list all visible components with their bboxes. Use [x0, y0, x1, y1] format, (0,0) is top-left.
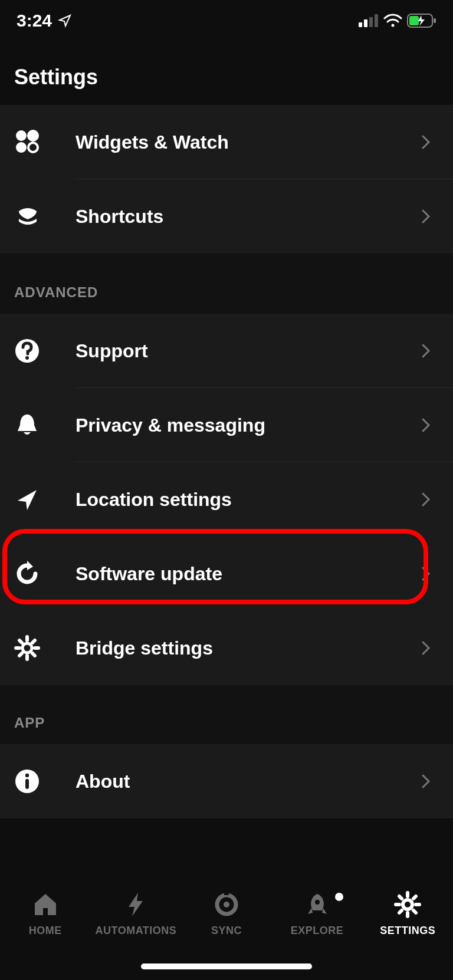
tab-automations[interactable]: AUTOMATIONS: [94, 890, 177, 937]
chevron-right-icon: [421, 566, 453, 581]
svg-point-14: [22, 643, 32, 653]
row-label: Bridge settings: [50, 637, 421, 659]
svg-line-21: [19, 653, 22, 656]
tab-sync[interactable]: SYNC: [185, 890, 268, 937]
svg-line-38: [413, 896, 416, 899]
bolt-icon: [122, 890, 150, 919]
chevron-right-icon: [421, 640, 453, 656]
svg-rect-0: [359, 22, 362, 27]
row-label: Software update: [50, 563, 421, 585]
tab-label: SETTINGS: [380, 925, 435, 937]
row-software-update[interactable]: Software update: [0, 537, 453, 611]
svg-point-29: [315, 900, 320, 905]
svg-point-11: [28, 143, 38, 152]
svg-rect-25: [25, 779, 29, 789]
tab-label: SYNC: [211, 925, 242, 937]
wifi-icon: [383, 14, 402, 28]
svg-point-24: [25, 774, 29, 777]
svg-rect-2: [369, 17, 373, 27]
status-time: 3:24: [17, 11, 52, 31]
svg-line-19: [19, 640, 22, 643]
row-location-settings[interactable]: Location settings: [0, 462, 453, 537]
row-about[interactable]: About: [0, 744, 453, 818]
chevron-right-icon: [421, 774, 453, 789]
row-bridge-settings[interactable]: Bridge settings: [0, 611, 453, 685]
svg-point-30: [403, 900, 412, 909]
notification-dot-icon: [335, 893, 343, 901]
row-label: Location settings: [50, 489, 421, 511]
tab-home[interactable]: HOME: [4, 890, 87, 937]
svg-line-20: [32, 653, 35, 656]
svg-rect-6: [434, 18, 436, 23]
chevron-right-icon: [421, 417, 453, 433]
svg-point-13: [25, 356, 29, 360]
svg-point-27: [224, 902, 229, 907]
row-label: Support: [50, 340, 421, 362]
row-label: About: [50, 771, 421, 792]
row-support[interactable]: Support: [0, 314, 453, 388]
svg-point-10: [16, 142, 27, 153]
svg-line-37: [399, 910, 402, 913]
svg-rect-1: [364, 19, 367, 27]
row-widgets-watch[interactable]: Widgets & Watch: [0, 105, 453, 179]
page-title: Settings: [14, 65, 98, 90]
section-header-advanced: ADVANCED: [0, 254, 453, 314]
chevron-right-icon: [421, 492, 453, 507]
info-icon: [14, 768, 50, 794]
gear-icon: [14, 635, 50, 661]
tab-settings[interactable]: SETTINGS: [366, 890, 449, 937]
tab-label: AUTOMATIONS: [95, 925, 176, 937]
svg-rect-3: [375, 14, 378, 27]
svg-rect-7: [409, 16, 419, 25]
home-indicator[interactable]: [141, 963, 312, 969]
status-bar: 3:24: [0, 0, 453, 41]
sync-icon: [212, 890, 241, 919]
section-header-app: APP: [0, 685, 453, 744]
gear-icon: [393, 890, 422, 919]
refresh-icon: [14, 561, 50, 587]
settings-list: Widgets & Watch Shortcuts ADVANCED: [0, 105, 453, 876]
chevron-right-icon: [421, 134, 453, 150]
svg-line-36: [413, 910, 416, 913]
row-label: Privacy & messaging: [50, 415, 421, 436]
widgets-icon: [14, 129, 50, 156]
svg-rect-28: [224, 890, 229, 895]
location-arrow-icon: [14, 486, 50, 512]
row-label: Widgets & Watch: [50, 131, 421, 153]
shortcuts-icon: [14, 203, 50, 230]
chevron-right-icon: [421, 343, 453, 359]
tab-explore[interactable]: EXPLORE: [276, 890, 359, 937]
tab-label: HOME: [29, 925, 62, 937]
svg-line-35: [399, 896, 402, 899]
help-icon: [14, 338, 50, 364]
row-privacy-messaging[interactable]: Privacy & messaging: [0, 388, 453, 462]
battery-charging-icon: [407, 14, 436, 28]
svg-point-4: [392, 24, 395, 27]
home-icon: [31, 890, 60, 919]
tab-label: EXPLORE: [291, 925, 344, 937]
cellular-signal-icon: [359, 14, 379, 27]
rocket-icon: [303, 890, 331, 919]
chevron-right-icon: [421, 209, 453, 224]
svg-line-22: [32, 640, 35, 643]
location-services-icon: [58, 14, 72, 28]
svg-point-8: [16, 130, 27, 141]
row-label: Shortcuts: [50, 206, 421, 228]
bell-icon: [14, 412, 50, 438]
row-shortcuts[interactable]: Shortcuts: [0, 179, 453, 254]
svg-point-9: [27, 130, 39, 142]
